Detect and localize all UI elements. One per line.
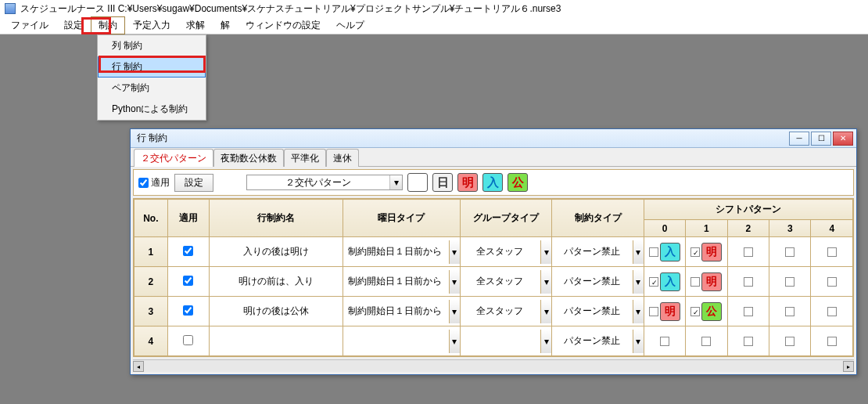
- header-col3[interactable]: 3: [769, 220, 811, 237]
- daytype-cell[interactable]: 制約開始日１日前から▾: [343, 237, 461, 267]
- header-no[interactable]: No.: [135, 200, 168, 237]
- shift-checkbox[interactable]: [744, 307, 753, 316]
- dropdown-python-constraint[interactable]: Pythonによる制約: [98, 99, 206, 120]
- shift-checkbox[interactable]: [785, 307, 794, 316]
- chevron-down-icon[interactable]: ▾: [633, 300, 644, 323]
- child-titlebar[interactable]: 行 制約 ─ ☐ ✕: [131, 129, 856, 148]
- tab-pattern[interactable]: ２交代パターン: [134, 149, 213, 167]
- group-cell[interactable]: 全スタッフ▾: [460, 267, 552, 297]
- shift-cell[interactable]: [727, 267, 769, 297]
- apply-cell[interactable]: [167, 237, 209, 267]
- dropdown-row-constraint[interactable]: 行 制約: [98, 56, 206, 78]
- close-button[interactable]: ✕: [833, 132, 853, 146]
- group-cell[interactable]: ▾: [460, 326, 552, 356]
- chevron-down-icon[interactable]: ▾: [633, 240, 644, 264]
- shift-checkbox[interactable]: [744, 277, 753, 287]
- menu-settings[interactable]: 設定: [56, 16, 91, 34]
- daytype-cell[interactable]: ▾: [343, 326, 461, 356]
- shift-cell[interactable]: 公: [686, 297, 727, 326]
- scroll-right-icon[interactable]: ▸: [843, 361, 854, 372]
- chevron-down-icon[interactable]: ▾: [540, 330, 551, 353]
- shift-checkbox[interactable]: [649, 307, 658, 316]
- dropdown-pair-constraint[interactable]: ペア制約: [98, 78, 206, 99]
- header-ctype[interactable]: 制約タイプ: [552, 200, 644, 237]
- shift-cell[interactable]: [686, 326, 727, 356]
- shift-checkbox[interactable]: [827, 277, 837, 287]
- daytype-cell[interactable]: 制約開始日１日前から▾: [343, 267, 461, 297]
- header-grouptype[interactable]: グループタイプ: [460, 200, 552, 237]
- shift-checkbox[interactable]: [827, 247, 837, 257]
- menu-file[interactable]: ファイル: [3, 16, 56, 34]
- menu-solution[interactable]: 解: [213, 16, 238, 34]
- shift-cell[interactable]: 明: [644, 297, 685, 326]
- chevron-down-icon[interactable]: ▾: [633, 330, 644, 353]
- ctype-cell[interactable]: パターン禁止▾: [552, 326, 644, 356]
- daytype-cell[interactable]: 制約開始日１日前から▾: [343, 297, 461, 326]
- menu-window-settings[interactable]: ウィンドウの設定: [238, 16, 328, 34]
- row-name-cell[interactable]: [210, 326, 343, 356]
- chevron-down-icon[interactable]: ▾: [389, 175, 402, 189]
- shift-checkbox[interactable]: [785, 337, 794, 346]
- shift-cell[interactable]: [811, 267, 853, 297]
- tab-holidays[interactable]: 連休: [326, 149, 359, 167]
- header-col2[interactable]: 2: [727, 220, 769, 237]
- row-number[interactable]: 1: [135, 237, 168, 267]
- row-number[interactable]: 2: [135, 267, 168, 297]
- shift-checkbox[interactable]: [690, 307, 700, 316]
- shift-cell[interactable]: [769, 297, 811, 326]
- row-number[interactable]: 4: [135, 326, 168, 356]
- apply-row-checkbox[interactable]: [183, 276, 193, 286]
- ctype-cell[interactable]: パターン禁止▾: [552, 297, 644, 326]
- chevron-down-icon[interactable]: ▾: [540, 240, 551, 264]
- header-col4[interactable]: 4: [811, 220, 853, 237]
- chevron-down-icon[interactable]: ▾: [540, 270, 551, 294]
- chevron-down-icon[interactable]: ▾: [633, 270, 644, 294]
- header-shiftpattern[interactable]: シフトパターン: [644, 200, 852, 220]
- shift-chip-blank[interactable]: [407, 173, 428, 192]
- shift-checkbox[interactable]: [744, 337, 753, 346]
- ctype-cell[interactable]: パターン禁止▾: [552, 267, 644, 297]
- shift-cell[interactable]: [811, 326, 853, 356]
- row-name-cell[interactable]: 明けの前は、入り: [210, 267, 343, 297]
- scroll-left-icon[interactable]: ◂: [133, 361, 144, 372]
- menu-constraints[interactable]: 制約: [91, 16, 125, 34]
- tab-leveling[interactable]: 平準化: [284, 149, 326, 167]
- shift-checkbox[interactable]: [785, 277, 794, 287]
- shift-chip-kou[interactable]: 公: [508, 173, 528, 192]
- menu-help[interactable]: ヘルプ: [328, 16, 372, 34]
- shift-checkbox[interactable]: [660, 337, 669, 346]
- shift-checkbox[interactable]: [744, 247, 753, 257]
- chevron-down-icon[interactable]: ▾: [449, 270, 460, 294]
- shift-cell[interactable]: 明: [686, 237, 727, 267]
- shift-checkbox[interactable]: [827, 337, 837, 346]
- shift-cell[interactable]: [769, 267, 811, 297]
- tab-nightcount[interactable]: 夜勤数公休数: [213, 149, 284, 167]
- shift-checkbox[interactable]: [690, 247, 700, 257]
- shift-cell[interactable]: [727, 237, 769, 267]
- shift-cell[interactable]: 入: [644, 267, 685, 297]
- shift-cell[interactable]: [644, 326, 685, 356]
- minimize-button[interactable]: ─: [789, 132, 809, 146]
- header-apply[interactable]: 適用: [167, 200, 209, 237]
- maximize-button[interactable]: ☐: [811, 132, 831, 146]
- apply-cell[interactable]: [167, 267, 209, 297]
- shift-cell[interactable]: [811, 297, 853, 326]
- apply-cell[interactable]: [167, 326, 209, 356]
- shift-cell[interactable]: [811, 237, 853, 267]
- group-cell[interactable]: 全スタッフ▾: [460, 237, 552, 267]
- chevron-down-icon[interactable]: ▾: [449, 300, 460, 323]
- shift-cell[interactable]: 明: [686, 267, 727, 297]
- header-col0[interactable]: 0: [644, 220, 685, 237]
- horizontal-scrollbar[interactable]: ◂ ▸: [133, 359, 854, 372]
- shift-checkbox[interactable]: [701, 337, 711, 346]
- shift-cell[interactable]: [769, 237, 811, 267]
- menu-solve[interactable]: 求解: [178, 16, 213, 34]
- header-rowname[interactable]: 行制約名: [210, 200, 343, 237]
- chevron-down-icon[interactable]: ▾: [540, 300, 551, 323]
- apply-checkbox[interactable]: 適用: [138, 176, 170, 189]
- apply-row-checkbox[interactable]: [183, 305, 193, 316]
- shift-chip-iri[interactable]: 入: [482, 173, 503, 192]
- apply-row-checkbox[interactable]: [183, 335, 193, 345]
- chevron-down-icon[interactable]: ▾: [449, 330, 460, 353]
- shift-checkbox[interactable]: [690, 277, 700, 287]
